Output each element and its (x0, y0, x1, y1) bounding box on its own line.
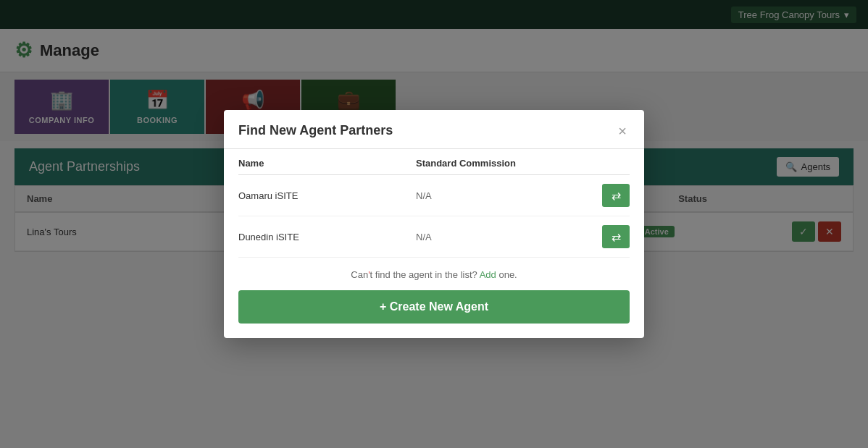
add-link[interactable]: Add (480, 269, 496, 280)
apostrophe: ' (368, 269, 370, 280)
modal-table-row: Dunedin iSITE N/A ⇄ (238, 216, 630, 258)
modal-table-row: Oamaru iSITE N/A ⇄ (238, 175, 630, 216)
agents-table: Name Standard Commission Oamaru iSITE N/… (238, 149, 630, 258)
create-agent-button[interactable]: + Create New Agent (238, 290, 630, 324)
agent-commission-0: N/A (416, 190, 593, 201)
select-agent-button-0[interactable]: ⇄ (602, 184, 630, 207)
modal-col-header-commission: Standard Commission (416, 158, 593, 169)
modal-close-button[interactable]: × (615, 124, 630, 138)
agent-action-1: ⇄ (593, 225, 630, 248)
select-agent-button-1[interactable]: ⇄ (602, 225, 630, 248)
modal-table-header: Name Standard Commission (238, 149, 630, 175)
agent-commission-1: N/A (416, 232, 593, 242)
modal-col-header-action (593, 158, 630, 169)
agent-name-0: Oamaru iSITE (238, 190, 416, 201)
modal-hint: Can't find the agent in the list? Add on… (238, 269, 630, 280)
modal-overlay: Find New Agent Partners × Name Standard … (0, 0, 868, 448)
hint-text: Can't find the agent in the list? (351, 269, 479, 280)
agent-action-0: ⇄ (593, 184, 630, 207)
modal-dialog: Find New Agent Partners × Name Standard … (224, 110, 644, 338)
modal-title: Find New Agent Partners (238, 123, 393, 138)
modal-col-header-name: Name (238, 158, 416, 169)
modal-header: Find New Agent Partners × (224, 110, 644, 149)
modal-body: Name Standard Commission Oamaru iSITE N/… (224, 149, 644, 338)
hint-suffix: one. (496, 269, 517, 280)
agent-name-1: Dunedin iSITE (238, 232, 416, 242)
